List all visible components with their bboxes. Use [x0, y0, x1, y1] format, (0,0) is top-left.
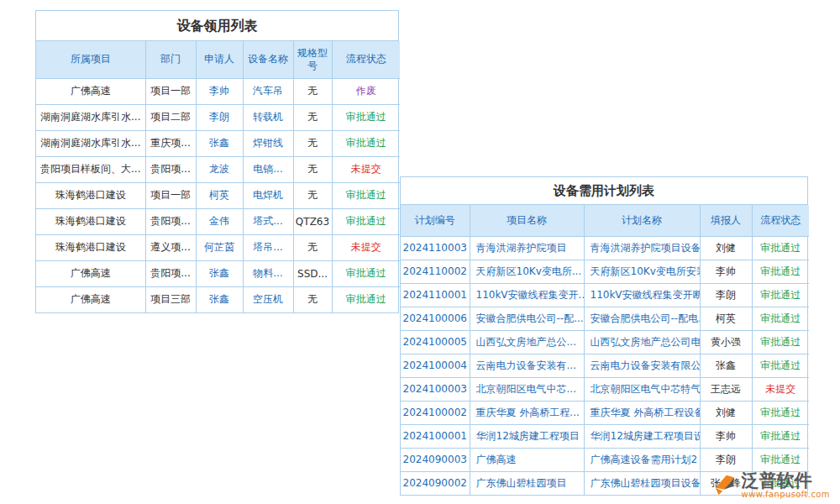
- cell-plan-number[interactable]: 2024090003: [401, 448, 470, 471]
- cell-project-name[interactable]: 天府新区10Kv变电所...: [470, 260, 584, 283]
- cell-applicant[interactable]: 龙波: [196, 156, 243, 182]
- table-row[interactable]: 2024090003广佛高速广佛高速设备需用计划2李朗审批通过: [401, 448, 809, 471]
- cell-applicant[interactable]: 张鑫: [196, 260, 243, 286]
- cell-applicant[interactable]: 何芷茵: [196, 234, 243, 260]
- cell-applicant[interactable]: 张鑫: [196, 130, 243, 156]
- cell-equipment-name[interactable]: 物料...: [243, 260, 293, 286]
- table-row[interactable]: 贵阳项目样板间、大...贵阳项...龙波电镐...无未提交: [36, 156, 400, 182]
- cell-equipment-name[interactable]: 转载机: [243, 104, 293, 130]
- cell-status[interactable]: 审批通过: [752, 401, 809, 424]
- cell-department: 项目二部: [145, 104, 196, 130]
- cell-equipment-name[interactable]: 塔吊...: [243, 234, 293, 260]
- cell-status[interactable]: 审批通过: [332, 286, 400, 312]
- table-row[interactable]: 2024100003北京朝阳区电气中芯...北京朝阳区电气中芯特气...王志远未…: [401, 377, 809, 401]
- brand-text-block: 泛普软件 www.fanpusoft.com: [742, 471, 830, 499]
- cell-plan-name[interactable]: 110kV安徽线程集变开断...: [584, 283, 700, 307]
- cell-plan-name[interactable]: 天府新区10Kv变电所安装...: [584, 260, 700, 283]
- table-row[interactable]: 2024100001华润12城房建工程项目华润12城房建工程项目设...李帅审批…: [401, 424, 809, 448]
- cell-plan-name[interactable]: 云南电力设备安装有限公...: [584, 354, 700, 377]
- cell-applicant[interactable]: 李朗: [196, 104, 243, 130]
- table-row[interactable]: 2024100004云南电力设备安装有...云南电力设备安装有限公...张鑫审批…: [401, 354, 809, 377]
- cell-status[interactable]: 作废: [332, 78, 400, 104]
- cell-plan-name[interactable]: 山西弘文房地产总公司电...: [584, 330, 700, 354]
- table-row[interactable]: 广佛高速项目一部李帅汽车吊无作废: [36, 78, 400, 104]
- cell-plan-number[interactable]: 2024090002: [401, 471, 470, 495]
- table-row[interactable]: 2024110001110kV安徽线程集变开...110kV安徽线程集变开断..…: [401, 283, 809, 307]
- cell-plan-name[interactable]: 广佛高速设备需用计划2: [584, 448, 700, 471]
- table-row[interactable]: 2024100005山西弘文房地产总公...山西弘文房地产总公司电...黄小强审…: [401, 330, 809, 354]
- table-row[interactable]: 广佛高速项目三部张鑫空压机无审批通过: [36, 286, 400, 312]
- table-row[interactable]: 珠海鹤港口建设遵义项...何芷茵塔吊...无未提交: [36, 234, 400, 260]
- cell-plan-number[interactable]: 2024100001: [401, 424, 470, 448]
- cell-status[interactable]: 审批通过: [752, 330, 809, 354]
- cell-plan-number[interactable]: 2024100003: [401, 377, 470, 401]
- fanpu-logo-icon: [712, 472, 738, 497]
- cell-status[interactable]: 审批通过: [752, 424, 809, 448]
- column-header: 所属项目: [36, 41, 145, 78]
- cell-project-name[interactable]: 重庆华夏 外高桥工程...: [470, 401, 584, 424]
- cell-equipment-name[interactable]: 电镐...: [243, 156, 293, 182]
- table-row[interactable]: 湖南洞庭湖水库引水...重庆项...张鑫焊钳线无审批通过: [36, 130, 400, 156]
- cell-project-name[interactable]: 110kV安徽线程集变开...: [470, 283, 584, 307]
- cell-project-name[interactable]: 广东佛山碧桂园项目: [470, 471, 584, 495]
- cell-plan-number[interactable]: 2024100006: [401, 307, 470, 330]
- cell-status[interactable]: 审批通过: [332, 208, 400, 234]
- cell-reporter: 张鑫: [700, 354, 752, 377]
- cell-plan-name[interactable]: 重庆华夏 外高桥工程设备...: [584, 401, 700, 424]
- table-row[interactable]: 2024110003青海洪湖养护院项目青海洪湖养护院项目设备...刘健审批通过: [401, 236, 809, 260]
- cell-reporter: 李帅: [700, 424, 752, 448]
- cell-project-name[interactable]: 青海洪湖养护院项目: [470, 236, 584, 260]
- table-row[interactable]: 2024100006安徽合肥供电公司--配...安徽合肥供电公司--配电...柯…: [401, 307, 809, 330]
- cell-plan-name[interactable]: 北京朝阳区电气中芯特气...: [584, 377, 700, 401]
- cell-equipment-name[interactable]: 塔式...: [243, 208, 293, 234]
- table-row[interactable]: 珠海鹤港口建设项目一部柯英电焊机无审批通过: [36, 182, 400, 208]
- cell-equipment-name[interactable]: 汽车吊: [243, 78, 293, 104]
- table-row[interactable]: 2024100002重庆华夏 外高桥工程...重庆华夏 外高桥工程设备...刘健…: [401, 401, 809, 424]
- cell-applicant[interactable]: 张鑫: [196, 286, 243, 312]
- cell-department: 贵阳项...: [145, 260, 196, 286]
- cell-plan-name[interactable]: 华润12城房建工程项目设...: [584, 424, 700, 448]
- cell-status[interactable]: 审批通过: [752, 354, 809, 377]
- cell-status[interactable]: 审批通过: [752, 283, 809, 307]
- cell-status[interactable]: 审批通过: [752, 307, 809, 330]
- cell-project-name[interactable]: 北京朝阳区电气中芯...: [470, 377, 584, 401]
- cell-plan-number[interactable]: 2024100004: [401, 354, 470, 377]
- cell-status[interactable]: 未提交: [332, 234, 400, 260]
- cell-applicant[interactable]: 李帅: [196, 78, 243, 104]
- cell-reporter: 李帅: [700, 260, 752, 283]
- cell-project-name[interactable]: 华润12城房建工程项目: [470, 424, 584, 448]
- cell-plan-name[interactable]: 安徽合肥供电公司--配电...: [584, 307, 700, 330]
- cell-status[interactable]: 未提交: [752, 377, 809, 401]
- cell-status[interactable]: 审批通过: [752, 236, 809, 260]
- cell-status[interactable]: 审批通过: [332, 130, 400, 156]
- cell-status[interactable]: 未提交: [332, 156, 400, 182]
- cell-applicant[interactable]: 柯英: [196, 182, 243, 208]
- cell-status[interactable]: 审批通过: [332, 104, 400, 130]
- table-row[interactable]: 2024110002天府新区10Kv变电所...天府新区10Kv变电所安装...…: [401, 260, 809, 283]
- cell-reporter: 李朗: [700, 448, 752, 471]
- brand-watermark: 泛普软件 www.fanpusoft.com: [712, 471, 830, 499]
- cell-plan-number[interactable]: 2024100005: [401, 330, 470, 354]
- table-row[interactable]: 广佛高速贵阳项...张鑫物料...SSD...审批通过: [36, 260, 400, 286]
- cell-department: 项目一部: [145, 182, 196, 208]
- cell-status[interactable]: 审批通过: [332, 260, 400, 286]
- cell-project-name[interactable]: 云南电力设备安装有...: [470, 354, 584, 377]
- cell-equipment-name[interactable]: 电焊机: [243, 182, 293, 208]
- cell-plan-number[interactable]: 2024110002: [401, 260, 470, 283]
- cell-plan-name[interactable]: 青海洪湖养护院项目设备...: [584, 236, 700, 260]
- cell-plan-number[interactable]: 2024100002: [401, 401, 470, 424]
- cell-status[interactable]: 审批通过: [752, 448, 809, 471]
- cell-plan-name[interactable]: 广东佛山碧桂园项目设备...: [584, 471, 700, 495]
- table-row[interactable]: 珠海鹤港口建设贵阳项...金伟塔式...QTZ63审批通过: [36, 208, 400, 234]
- cell-project-name[interactable]: 安徽合肥供电公司--配...: [470, 307, 584, 330]
- cell-status[interactable]: 审批通过: [752, 260, 809, 283]
- cell-plan-number[interactable]: 2024110003: [401, 236, 470, 260]
- cell-status[interactable]: 审批通过: [332, 182, 400, 208]
- cell-equipment-name[interactable]: 焊钳线: [243, 130, 293, 156]
- cell-plan-number[interactable]: 2024110001: [401, 283, 470, 307]
- cell-project-name[interactable]: 山西弘文房地产总公...: [470, 330, 584, 354]
- table-row[interactable]: 湖南洞庭湖水库引水...项目二部李朗转载机无审批通过: [36, 104, 400, 130]
- cell-project-name[interactable]: 广佛高速: [470, 448, 584, 471]
- cell-equipment-name[interactable]: 空压机: [243, 286, 293, 312]
- cell-applicant[interactable]: 金伟: [196, 208, 243, 234]
